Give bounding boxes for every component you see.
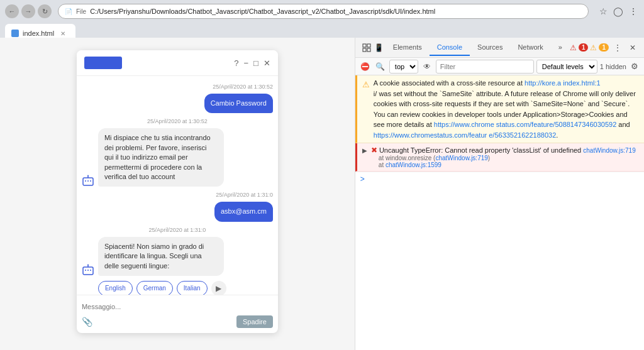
browser-chrome: ← → ↻ 📄 File C:/Users/Priyanshu/Download… — [0, 0, 644, 38]
svg-point-5 — [87, 175, 89, 177]
german-button[interactable]: German — [136, 281, 173, 295]
tab-network[interactable]: Network — [510, 40, 550, 56]
browser-top-bar: ← → ↻ 📄 File C:/Users/Priyanshu/Download… — [0, 0, 644, 23]
svg-rect-2 — [87, 180, 89, 182]
file-label: File — [76, 8, 86, 15]
chat-messages: 25/April/2020 at 1:30:52 Cambio Password… — [77, 76, 278, 295]
more-options-button[interactable]: ▶ — [211, 281, 226, 295]
settings-icon[interactable]: ⚙ — [629, 61, 640, 72]
menu-icon[interactable]: ⋮ — [628, 6, 639, 17]
levels-select[interactable]: Default levels — [536, 60, 597, 74]
svg-point-11 — [87, 264, 89, 265]
expand-arrow[interactable]: ▶ — [362, 147, 367, 168]
timestamp-3: 25/April/2020 at 1:31:0 — [82, 192, 273, 198]
reload-button[interactable]: ↻ — [38, 4, 52, 18]
bot-avatar — [82, 174, 94, 187]
tab-more[interactable]: » — [551, 40, 570, 56]
error-count-badge: 1 — [579, 43, 589, 52]
context-select[interactable]: top — [389, 60, 418, 74]
cookie-link-1[interactable]: http://kore.a — [525, 79, 561, 87]
message-input[interactable] — [82, 300, 273, 313]
tab-console[interactable]: Console — [430, 40, 470, 56]
svg-rect-13 — [367, 44, 370, 47]
back-button[interactable]: ← — [5, 4, 19, 18]
browser-action-icons: ☆ ◯ ⋮ — [597, 6, 639, 17]
clear-console-icon[interactable]: ⛔ — [359, 60, 372, 73]
filter-icon[interactable]: 🔍 — [374, 60, 387, 73]
svg-rect-14 — [363, 48, 366, 52]
devtools-more-icon[interactable]: ⋮ — [611, 41, 624, 54]
stack-line-1: at window.onresize (chatWindow.js:719) — [379, 155, 639, 161]
cookie-link-2[interactable]: index.html:1 — [563, 79, 600, 87]
devtools-mobile-icon[interactable]: 📱 — [373, 41, 386, 54]
prompt-arrow: > — [360, 175, 365, 183]
stack-source-1[interactable]: chatWindow.js:719 — [435, 155, 487, 161]
timestamp-4: 25/April/2020 at 1:31:0 — [82, 227, 273, 233]
console-input[interactable] — [369, 175, 639, 183]
svg-rect-8 — [87, 270, 89, 271]
bookmark-icon[interactable]: ☆ — [597, 6, 609, 17]
devtools-close-icon[interactable]: ✕ — [626, 41, 639, 54]
maximize-icon[interactable]: □ — [253, 58, 258, 68]
close-chat-icon[interactable]: ✕ — [264, 58, 270, 68]
main-content: ? − □ ✕ 25/April/2020 at 1:30:52 Cambio … — [0, 38, 644, 350]
chat-area: ? − □ ✕ 25/April/2020 at 1:30:52 Cambio … — [0, 38, 355, 350]
user-message-2: asbx@asm.cm — [214, 202, 273, 221]
bot-message-2: Spiacenti! Non siamo in grado di identif… — [98, 237, 224, 276]
english-button[interactable]: English — [98, 281, 133, 295]
devtools-tabs: 📱 Elements Console Sources Network » ⚠ 1… — [355, 38, 644, 58]
user-message-1: Cambio Password — [204, 94, 273, 113]
warning-icon: ⚠ — [362, 79, 370, 140]
svg-rect-1 — [85, 180, 86, 182]
chat-window: ? − □ ✕ 25/April/2020 at 1:30:52 Cambio … — [77, 50, 278, 333]
error-text-block: ✖ Uncaught TypeError: Cannot read proper… — [371, 146, 639, 168]
tab-title: index.html — [23, 30, 54, 37]
tab-favicon — [11, 30, 19, 37]
bot-avatar-icon-2 — [82, 263, 94, 276]
svg-rect-15 — [367, 48, 370, 52]
help-icon[interactable]: ? — [234, 58, 238, 68]
chat-input-area: 📎 Spadire — [77, 295, 278, 333]
filter-input[interactable] — [436, 60, 534, 74]
chrome-status-link-2[interactable]: https://www.chromestatus.com/featur e/56… — [374, 131, 556, 139]
bot-avatar-2 — [82, 263, 94, 276]
timestamp-1: 25/April/2020 at 1:30:52 — [82, 84, 273, 90]
devtools-toolbar: ⛔ 🔍 top 👁 Default levels 1 hidden ⚙ — [355, 58, 644, 75]
tab-elements[interactable]: Elements — [386, 40, 430, 56]
warning-text-body: i/ was set without the `SameSite` attrib… — [374, 90, 636, 139]
chat-logo — [84, 57, 122, 69]
console-prompt: > — [355, 172, 644, 186]
tab-sources[interactable]: Sources — [470, 40, 510, 56]
eye-icon[interactable]: 👁 — [421, 60, 433, 73]
italian-button[interactable]: Italian — [177, 281, 208, 295]
attach-icon[interactable]: 📎 — [82, 317, 92, 327]
warning-message: ⚠ A cookie associated with a cross-site … — [355, 75, 644, 143]
devtools-inspect-icon[interactable] — [360, 41, 373, 54]
svg-rect-7 — [85, 270, 86, 271]
error-source-link[interactable]: chatWindow.js:719 — [583, 147, 635, 154]
error-message: ▶ ✖ Uncaught TypeError: Cannot read prop… — [355, 143, 644, 172]
warning-count-badge: 1 — [599, 43, 609, 52]
chat-header: ? − □ ✕ — [77, 50, 278, 76]
timestamp-2: 25/April/2020 at 1:30:52 — [82, 118, 273, 124]
svg-rect-3 — [90, 180, 91, 182]
stack-source-2[interactable]: chatWindow.js:1599 — [386, 161, 441, 168]
hidden-count: 1 hidden — [600, 63, 626, 70]
stack-line-2: at chatWindow.js:1599 — [379, 161, 639, 168]
forward-button[interactable]: → — [21, 4, 35, 18]
minimize-icon[interactable]: − — [243, 58, 248, 68]
file-icon: 📄 — [65, 8, 72, 15]
profile-icon[interactable]: ◯ — [613, 6, 624, 17]
address-bar[interactable]: 📄 File C:/Users/Priyanshu/Downloads/Chat… — [58, 4, 589, 19]
tab-close-button[interactable]: ✕ — [60, 30, 65, 37]
chat-input-bottom: 📎 Spadire — [82, 315, 273, 328]
address-text: C:/Users/Priyanshu/Downloads/Chatbot_Jav… — [90, 8, 582, 15]
error-icon: ✖ — [371, 146, 377, 155]
chat-header-icons: ? − □ ✕ — [234, 58, 270, 68]
svg-rect-9 — [90, 270, 91, 271]
chrome-status-link-1[interactable]: https://www.chrome status.com/feature/50… — [434, 121, 616, 128]
bot-message-1: Mi dispiace che tu stia incontrando dei … — [98, 128, 224, 187]
devtools-content: ⚠ A cookie associated with a cross-site … — [355, 75, 644, 350]
send-button[interactable]: Spadire — [236, 315, 273, 328]
browser-nav-buttons: ← → ↻ — [5, 4, 52, 18]
